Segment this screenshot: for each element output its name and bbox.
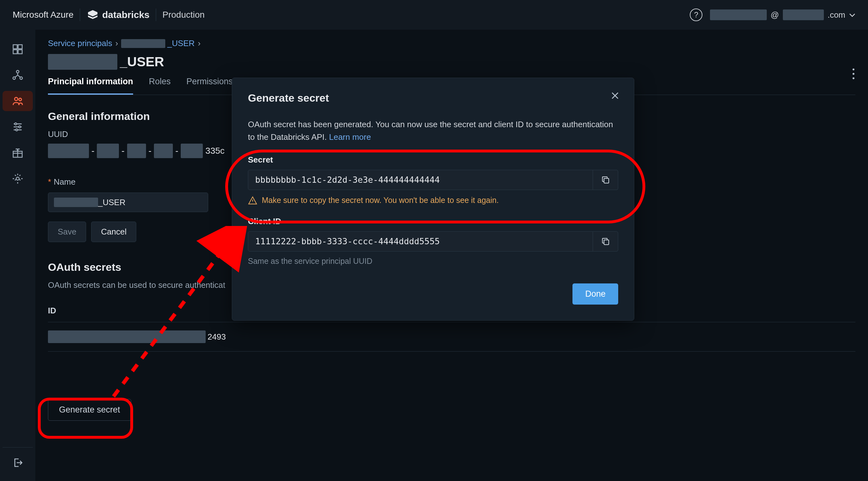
svg-point-16	[852, 77, 855, 79]
svg-rect-3	[18, 50, 22, 54]
breadcrumb: Service principals › _USER ›	[48, 38, 856, 48]
sidebar-item-users[interactable]	[2, 91, 33, 111]
client-id-value[interactable]: 11112222-bbbb-3333-cccc-4444dddd5555	[248, 231, 593, 251]
uuid-tail: 335c	[205, 146, 224, 156]
copy-icon	[601, 237, 610, 246]
user-domain-suffix: .com	[828, 10, 845, 20]
redacted-user	[710, 9, 767, 20]
copy-client-id-button[interactable]	[593, 231, 618, 251]
generate-secret-modal: Generate secret OAuth secret has been ge…	[232, 78, 634, 321]
svg-point-7	[14, 97, 18, 101]
redacted	[181, 144, 203, 158]
user-menu[interactable]: @ .com	[710, 9, 856, 20]
close-icon[interactable]	[610, 91, 620, 103]
breadcrumb-root[interactable]: Service principals	[48, 38, 112, 48]
help-icon[interactable]: ?	[690, 8, 703, 21]
tab-roles[interactable]: Roles	[149, 77, 170, 95]
svg-rect-18	[604, 240, 609, 245]
warning-icon	[248, 196, 257, 205]
row-tail: 2493	[208, 332, 226, 342]
client-id-field-group: Client ID 11112222-bbbb-3333-cccc-4444dd…	[248, 216, 618, 266]
svg-point-11	[16, 129, 18, 131]
warning-text: Make sure to copy the secret now. You wo…	[262, 196, 499, 205]
redacted	[48, 330, 206, 343]
secret-value[interactable]: bbbbbbbb-1c1c-2d2d-3e3e-444444444444	[248, 170, 593, 190]
svg-point-14	[852, 68, 855, 70]
sidebar-item-settings[interactable]	[2, 169, 33, 189]
done-button[interactable]: Done	[572, 283, 618, 305]
page-title: _USER	[48, 54, 856, 70]
copy-secret-button[interactable]	[593, 170, 618, 190]
svg-rect-2	[13, 50, 17, 54]
svg-point-9	[15, 123, 17, 125]
svg-point-13	[16, 177, 19, 180]
redacted	[54, 198, 98, 207]
svg-rect-17	[604, 178, 609, 183]
modal-title: Generate secret	[248, 92, 618, 104]
sidebar	[0, 30, 35, 481]
redacted	[97, 144, 119, 158]
svg-point-6	[20, 77, 22, 80]
svg-point-15	[852, 73, 855, 75]
overflow-menu-icon[interactable]	[851, 67, 856, 82]
tab-permissions[interactable]: Permissions	[186, 77, 233, 95]
divider	[80, 8, 80, 21]
svg-rect-0	[13, 45, 17, 49]
cancel-button[interactable]: Cancel	[91, 221, 136, 242]
env-label: Production	[162, 10, 205, 20]
name-input[interactable]: _USER	[48, 192, 208, 212]
topbar: Microsoft Azure databricks Production ? …	[0, 0, 868, 30]
sidebar-logout[interactable]	[2, 447, 33, 469]
page-title-suffix: _USER	[120, 54, 164, 69]
copy-icon	[601, 175, 610, 185]
secret-field-group: Secret bbbbbbbb-1c1c-2d2d-3e3e-444444444…	[248, 155, 618, 205]
chevron-right-icon: ›	[116, 38, 118, 48]
secret-warning: Make sure to copy the secret now. You wo…	[248, 196, 618, 205]
sidebar-item-gift[interactable]	[2, 143, 33, 163]
redacted	[154, 144, 173, 158]
redacted-title	[48, 54, 117, 70]
svg-point-10	[19, 126, 21, 128]
user-at: @	[771, 10, 779, 20]
brand-azure: Microsoft Azure	[12, 10, 73, 20]
chevron-right-icon: ›	[198, 38, 200, 48]
breadcrumb-current[interactable]: _USER	[121, 38, 195, 48]
save-button[interactable]: Save	[48, 221, 86, 242]
brand-databricks: databricks	[86, 8, 150, 21]
secret-label: Secret	[248, 155, 618, 165]
redacted	[48, 144, 89, 158]
redacted-domain	[783, 9, 824, 20]
sidebar-item-workspace[interactable]	[2, 39, 33, 59]
svg-rect-1	[18, 45, 22, 49]
sidebar-item-org[interactable]	[2, 65, 33, 85]
name-suffix: _USER	[98, 198, 126, 207]
redacted	[127, 144, 146, 158]
svg-point-5	[13, 77, 16, 80]
brand-databricks-text: databricks	[102, 9, 150, 20]
learn-more-link[interactable]: Learn more	[329, 132, 371, 142]
redacted-crumb	[121, 39, 165, 48]
generate-secret-button[interactable]: Generate secret	[48, 399, 131, 421]
client-id-label: Client ID	[248, 216, 618, 226]
chevron-down-icon	[849, 10, 856, 20]
client-id-note: Same as the service principal UUID	[248, 257, 618, 266]
databricks-icon	[86, 8, 99, 21]
modal-desc: OAuth secret has been generated. You can…	[248, 118, 618, 144]
svg-point-4	[17, 70, 19, 73]
svg-point-8	[19, 98, 22, 101]
tab-principal-information[interactable]: Principal information	[48, 77, 133, 95]
sidebar-item-sliders[interactable]	[2, 117, 33, 137]
divider	[156, 8, 156, 21]
table-row: 2493	[48, 322, 856, 352]
breadcrumb-current-suffix: _USER	[167, 38, 195, 48]
